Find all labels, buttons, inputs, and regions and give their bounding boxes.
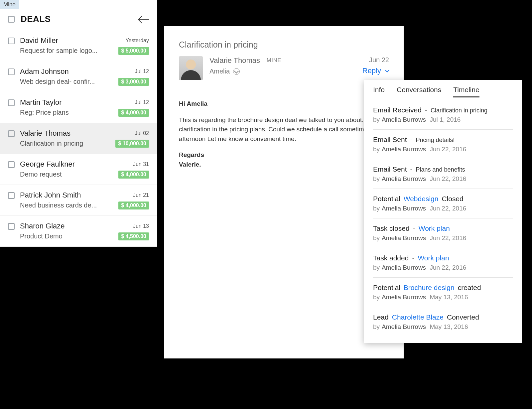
tab-conversations[interactable]: Conversations: [397, 86, 441, 97]
deals-header: DEALS: [0, 9, 157, 30]
reply-button[interactable]: Reply: [362, 67, 381, 75]
deal-amount-badge: $ 4,500.00: [118, 232, 149, 240]
timeline-entry-meta: byAmelia Burrows Jun 22, 2016: [373, 264, 513, 271]
timeline-entry-meta: byAmelia Burrows Jun 22, 2016: [373, 146, 513, 153]
timeline-entry-title: Email Sent-Pricing details!: [373, 136, 513, 144]
timeline-entry: Email Sent-Plans and benefitsbyAmelia Bu…: [373, 159, 513, 189]
deal-contact-name: Patrick John Smith: [20, 191, 118, 200]
deals-list: David MillerYesterdayRequest for sample …: [0, 30, 157, 247]
deal-contact-name: Valarie Thomas: [20, 129, 115, 138]
deal-contact-name: David Miller: [20, 36, 118, 45]
timeline-entry: PotentialBrochure designcreatedbyAmelia …: [373, 278, 513, 307]
timeline-link[interactable]: Charolette Blaze: [392, 313, 444, 321]
recipient-dropdown-icon[interactable]: [233, 68, 240, 75]
timeline-link[interactable]: Brochure design: [404, 284, 455, 292]
select-all-checkbox[interactable]: [8, 16, 15, 23]
deal-subject: Need business cards de...: [20, 202, 106, 209]
email-greeting: Hi Amelia: [179, 99, 389, 109]
timeline-tabs: Info Conversations Timeline: [373, 84, 513, 100]
timeline-entry-meta: byAmelia Burrows May 13, 2016: [373, 323, 513, 331]
deal-subject: Reg: Price plans: [20, 109, 106, 117]
deal-subject: Demo request: [20, 171, 106, 179]
sender-avatar: [179, 56, 203, 80]
timeline-entry: Email Received-Clarification in pricingb…: [373, 100, 513, 130]
deals-title: DEALS: [21, 14, 139, 24]
deal-date: Jul 02: [115, 130, 149, 136]
email-signoff: Regards Valerie.: [179, 150, 389, 169]
deal-amount-badge: $ 10,000.00: [115, 140, 149, 148]
deal-contact-name: Adam Johnson: [20, 67, 118, 76]
deal-contact-name: George Faulkner: [20, 160, 118, 169]
timeline-entry-meta: byAmelia Burrows Jun 22, 2016: [373, 205, 513, 212]
deal-subject: Clarification in pricing: [20, 140, 106, 148]
deal-amount-badge: $ 5,000.00: [118, 47, 149, 55]
mine-badge: MINE: [267, 58, 281, 64]
deal-checkbox[interactable]: [8, 161, 15, 168]
deal-checkbox[interactable]: [8, 130, 15, 137]
timeline-entry: Task added-Work planbyAmelia Burrows Jun…: [373, 248, 513, 278]
deal-item[interactable]: Valarie ThomasJul 02Clarification in pri…: [0, 123, 157, 154]
back-arrow-icon[interactable]: [139, 15, 149, 23]
timeline-link[interactable]: Work plan: [419, 224, 450, 232]
deal-checkbox[interactable]: [8, 192, 15, 199]
deals-panel: Mine DEALS David MillerYesterdayRequest …: [0, 0, 157, 247]
email-subject: Clarification in pricing: [179, 40, 389, 50]
deals-filter-tab[interactable]: Mine: [0, 0, 19, 9]
email-body: Hi Amelia This is regarding the brochure…: [179, 99, 389, 169]
deal-amount-badge: $ 4,000.00: [118, 202, 149, 209]
timeline-entry-title: Task added-Work plan: [373, 254, 513, 262]
email-date: Jun 22: [362, 56, 389, 64]
deal-item[interactable]: Martin TaylorJul 12Reg: Price plans$ 4,0…: [0, 92, 157, 123]
deal-amount-badge: $ 4,000.00: [118, 109, 149, 117]
deal-checkbox[interactable]: [8, 99, 15, 106]
timeline-entry-meta: byAmelia Burrows May 13, 2016: [373, 294, 513, 301]
deal-subject: Product Demo: [20, 232, 106, 240]
deal-checkbox[interactable]: [8, 223, 15, 230]
deal-checkbox[interactable]: [8, 68, 15, 75]
deal-date: Jul 12: [118, 68, 149, 74]
deal-amount-badge: $ 4,000.00: [118, 171, 149, 179]
timeline-entry-meta: byAmelia Burrows Jun 22, 2016: [373, 234, 513, 242]
recipient-name: Amelia: [209, 68, 230, 75]
deal-date: Jul 12: [118, 99, 149, 105]
timeline-entry: Task closed-Work planbyAmelia Burrows Ju…: [373, 218, 513, 248]
deal-subject: Request for sample logo...: [20, 47, 106, 55]
timeline-entry-title: LeadCharolette BlazeConverted: [373, 313, 513, 321]
deal-date: Jun 21: [118, 192, 149, 198]
deal-date: Jun 31: [118, 161, 149, 167]
timeline-entry: Email Sent-Pricing details!byAmelia Burr…: [373, 130, 513, 159]
deal-contact-name: Martin Taylor: [20, 98, 118, 107]
tab-timeline[interactable]: Timeline: [453, 86, 479, 97]
deal-item[interactable]: David MillerYesterdayRequest for sample …: [0, 30, 157, 61]
timeline-entry-meta: byAmelia Burrows Jun 22, 2016: [373, 175, 513, 183]
tab-info[interactable]: Info: [373, 86, 385, 97]
deal-item[interactable]: Patrick John SmithJun 21Need business ca…: [0, 185, 157, 216]
divider: [179, 89, 389, 89]
deal-contact-name: Sharon Glaze: [20, 222, 118, 230]
timeline-entry: PotentialWebdesignClosedbyAmelia Burrows…: [373, 189, 513, 218]
timeline-panel: Info Conversations Timeline Email Receiv…: [364, 80, 522, 343]
timeline-link[interactable]: Webdesign: [404, 195, 439, 203]
timeline-entry-title: PotentialWebdesignClosed: [373, 195, 513, 203]
email-paragraph: This is regarding the brochure design de…: [179, 115, 389, 144]
timeline-entry-meta: byAmelia Burrows Jul 1, 2016: [373, 116, 513, 123]
sender-name: Valarie Thomas: [209, 56, 260, 65]
timeline-entry-title: Task closed-Work plan: [373, 224, 513, 232]
deal-checkbox[interactable]: [8, 38, 15, 44]
reply-dropdown-icon[interactable]: [385, 69, 389, 73]
email-meta: Valarie Thomas MINE Amelia Jun 22 Reply: [179, 56, 389, 80]
deal-subject: Web design deal- confir...: [20, 78, 106, 86]
timeline-entry-title: Email Sent-Plans and benefits: [373, 165, 513, 173]
deal-date: Jun 13: [118, 223, 149, 229]
deal-item[interactable]: Adam JohnsonJul 12Web design deal- confi…: [0, 61, 157, 92]
deal-amount-badge: $ 3,000.00: [118, 78, 149, 86]
timeline-entry-title: Email Received-Clarification in pricing: [373, 106, 513, 114]
deal-date: Yesterday: [118, 38, 149, 44]
timeline-link[interactable]: Work plan: [418, 254, 449, 262]
deal-item[interactable]: Sharon GlazeJun 13Product Demo$ 4,500.00: [0, 216, 157, 247]
timeline-entry: LeadCharolette BlazeConvertedbyAmelia Bu…: [373, 307, 513, 337]
timeline-list: Email Received-Clarification in pricingb…: [373, 100, 513, 337]
deal-item[interactable]: George FaulknerJun 31Demo request$ 4,000…: [0, 154, 157, 185]
timeline-entry-title: PotentialBrochure designcreated: [373, 284, 513, 292]
